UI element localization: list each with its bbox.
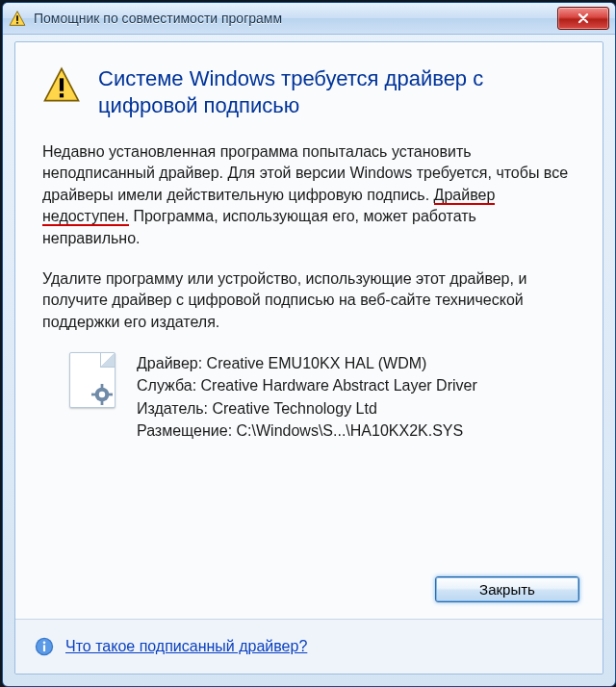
svg-rect-8 <box>91 394 96 396</box>
svg-rect-12 <box>43 645 45 651</box>
window-title: Помощник по совместимости программ <box>34 11 282 26</box>
svg-rect-1 <box>16 22 18 24</box>
message-paragraph-2: Удалите программу или устройство, исполь… <box>42 268 576 333</box>
file-icon <box>69 352 116 408</box>
info-icon <box>35 637 54 656</box>
highlighted-text: Драйвер <box>434 187 496 205</box>
dialog-window: Помощник по совместимости программ Систе… <box>2 2 616 687</box>
svg-rect-7 <box>101 401 104 406</box>
warning-icon <box>42 65 81 104</box>
footer-bar: Что такое подписанный драйвер? <box>15 619 603 674</box>
svg-point-13 <box>43 642 46 645</box>
gear-icon <box>91 384 113 405</box>
svg-rect-2 <box>60 78 64 90</box>
svg-rect-6 <box>101 384 104 389</box>
svg-rect-3 <box>60 93 64 97</box>
close-window-button[interactable] <box>557 7 609 30</box>
publisher-line: Издатель: Creative Technology Ltd <box>137 397 477 420</box>
titlebar: Помощник по совместимости программ <box>3 3 615 35</box>
driver-details: Драйвер: Creative EMU10KX HAL (WDM) Служ… <box>69 352 576 442</box>
warning-icon <box>9 10 26 27</box>
service-line: Служба: Creative Hardware Abstract Layer… <box>137 374 477 396</box>
dialog-heading: Системе Windows требуется драйвер с цифр… <box>98 65 576 118</box>
highlighted-text: недоступен. <box>42 208 129 226</box>
svg-rect-9 <box>108 394 113 396</box>
close-button[interactable]: Закрыть <box>435 576 579 602</box>
svg-rect-0 <box>16 15 18 21</box>
help-link[interactable]: Что такое подписанный драйвер? <box>65 638 307 655</box>
driver-line: Драйвер: Creative EMU10KX HAL (WDM) <box>137 352 477 374</box>
content-panel: Системе Windows требуется драйвер с цифр… <box>14 41 603 674</box>
location-line: Размещение: C:\Windows\S...\HA10KX2K.SYS <box>137 420 477 442</box>
message-paragraph-1: Недавно установленная программа попытала… <box>42 141 576 249</box>
close-icon <box>578 13 589 23</box>
svg-point-5 <box>99 392 105 397</box>
